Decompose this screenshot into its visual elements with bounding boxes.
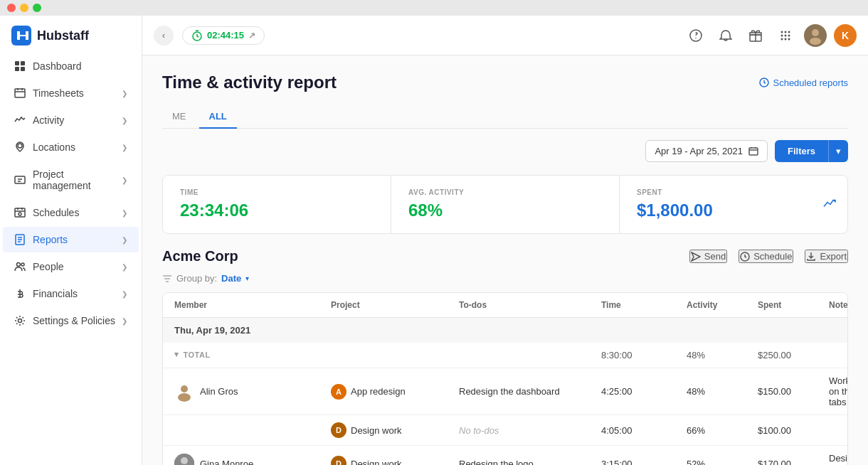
date-picker-button[interactable]: Apr 19 - Apr 25, 2021 <box>645 140 768 162</box>
chevron-icon-reports: ❯ <box>122 236 127 244</box>
notifications-button[interactable] <box>714 24 737 47</box>
group-by-label: Group by: <box>176 273 217 284</box>
sidebar-item-reports[interactable]: Reports ❯ <box>3 227 139 252</box>
send-icon <box>691 252 701 262</box>
sidebar-item-activity[interactable]: Activity ❯ <box>3 107 139 133</box>
svg-rect-2 <box>21 61 25 65</box>
sidebar-item-project-management[interactable]: Project management ❯ <box>3 161 139 198</box>
chevron-icon-schedules: ❯ <box>122 209 127 217</box>
sidebar-label-schedules: Schedules <box>33 207 79 218</box>
sidebar-label-timesheets: Timesheets <box>33 87 84 99</box>
schedule-button[interactable]: Schedule <box>739 250 793 263</box>
filters-dropdown-button[interactable]: ▾ <box>828 140 848 162</box>
project-name-2: Design work <box>351 425 402 436</box>
minimize-button[interactable] <box>20 4 28 12</box>
spent-cell-2: $100.00 <box>758 425 829 436</box>
tab-all[interactable]: ALL <box>199 105 237 129</box>
member-name-1: Alin Gros <box>200 386 238 397</box>
nav-back-button[interactable]: ‹ <box>154 26 174 46</box>
sidebar-label-people: People <box>33 261 64 272</box>
stat-card-spent: SPENT $1,800.00 <box>619 176 847 233</box>
group-by-value[interactable]: Date <box>221 273 241 284</box>
sidebar-label-project-management: Project management <box>33 169 122 191</box>
sidebar-item-people[interactable]: People ❯ <box>3 254 139 279</box>
schedules-icon <box>14 207 26 218</box>
export-button[interactable]: Export <box>805 250 848 263</box>
dropdown-arrow-icon: ▾ <box>836 146 841 156</box>
export-label: Export <box>820 251 847 262</box>
table-row: Gina Monroe D Design work Redesign the l… <box>163 446 847 465</box>
sidebar-item-financials[interactable]: Financials ❯ <box>3 281 139 306</box>
notes-cell-1: Working on the tabs <box>829 375 848 407</box>
sidebar-item-settings-policies[interactable]: Settings & Policies ❯ <box>3 308 139 333</box>
timer-badge[interactable]: 02:44:15 ↗ <box>182 26 265 45</box>
sidebar-item-dashboard[interactable]: Dashboard <box>3 53 139 79</box>
member-cell-1: Alin Gros <box>174 382 331 402</box>
project-cell-3: D Design work <box>331 456 459 465</box>
titlebar <box>0 0 868 16</box>
stat-card-time: TIME 23:34:06 <box>163 176 391 233</box>
scheduled-reports-label: Scheduled reports <box>773 78 848 88</box>
member-avatar-alin <box>174 382 194 402</box>
time-cell-3: 3:15:00 <box>601 459 687 466</box>
stat-card-avg-activity: AVG. ACTIVITY 68% <box>391 176 619 233</box>
user-avatar[interactable] <box>804 24 827 47</box>
close-button[interactable] <box>7 4 16 12</box>
sidebar-item-schedules[interactable]: Schedules ❯ <box>3 200 139 225</box>
topbar: ‹ 02:44:15 ↗ K <box>142 16 868 55</box>
stat-spent-value: $1,800.00 <box>637 201 830 220</box>
chevron-icon-timesheets: ❯ <box>122 90 127 97</box>
sidebar-label-settings-policies: Settings & Policies <box>33 315 115 326</box>
stat-time-label: TIME <box>180 188 374 196</box>
gift-button[interactable] <box>744 24 767 47</box>
topbar-icons: K <box>684 24 857 47</box>
help-button[interactable] <box>684 24 707 47</box>
table-row: Alin Gros A App redesign Redesign the da… <box>163 368 847 415</box>
svg-point-25 <box>788 38 790 40</box>
svg-point-11 <box>17 263 21 267</box>
send-button[interactable]: Send <box>689 250 727 263</box>
financials-icon <box>14 288 26 299</box>
stat-avg-activity-label: AVG. ACTIVITY <box>408 188 602 196</box>
stat-avg-activity-value: 68% <box>408 201 602 220</box>
project-cell-1: A App redesign <box>331 384 459 400</box>
sidebar-label-activity: Activity <box>33 114 64 126</box>
chevron-icon-project-management: ❯ <box>122 176 127 184</box>
report-header: Acme Corp Send Schedule Export <box>162 248 848 264</box>
chart-icon[interactable] <box>823 196 836 213</box>
report-table: Member Project To-dos Time Activity Spen… <box>162 292 848 465</box>
hubstaff-logo-icon <box>11 26 31 46</box>
tab-me[interactable]: ME <box>162 105 196 129</box>
scheduled-reports-link[interactable]: Scheduled reports <box>759 78 848 88</box>
sidebar-item-timesheets[interactable]: Timesheets ❯ <box>3 80 139 106</box>
calendar-icon <box>748 146 758 156</box>
svg-point-6 <box>18 144 22 148</box>
main-area: ‹ 02:44:15 ↗ K <box>142 0 868 465</box>
filter-lines-icon <box>162 274 172 284</box>
svg-point-12 <box>21 263 24 266</box>
svg-point-26 <box>812 29 819 36</box>
svg-rect-3 <box>15 67 19 71</box>
timer-icon <box>191 30 203 41</box>
member-name-3: Gina Monroe <box>200 459 253 466</box>
stat-time-value: 23:34:06 <box>180 201 374 220</box>
project-cell-2: D Design work <box>331 422 459 438</box>
people-icon <box>14 261 26 272</box>
spent-cell-1: $150.00 <box>758 386 829 397</box>
filters-button[interactable]: Filters <box>775 140 828 162</box>
activity-cell-3: 52% <box>687 459 758 466</box>
project-name-1: App redesign <box>351 386 406 397</box>
total-row: ▾ TOTAL 8:30:00 48% $250.00 <box>163 343 847 368</box>
sidebar-item-locations[interactable]: Locations ❯ <box>3 134 139 160</box>
sidebar-label-locations: Locations <box>33 141 75 153</box>
user-initial-badge[interactable]: K <box>834 24 857 47</box>
group-by-chevron-icon[interactable]: ▾ <box>245 274 249 282</box>
group-by-row: Group by: Date ▾ <box>162 273 848 284</box>
svg-point-17 <box>781 31 783 33</box>
col-notes: Notes <box>829 300 848 310</box>
maximize-button[interactable] <box>33 4 41 12</box>
reports-icon <box>14 234 26 245</box>
apps-button[interactable] <box>774 24 797 47</box>
stat-spent-label: SPENT <box>637 188 830 196</box>
todos-cell-3: Redesign the logo <box>459 459 601 466</box>
